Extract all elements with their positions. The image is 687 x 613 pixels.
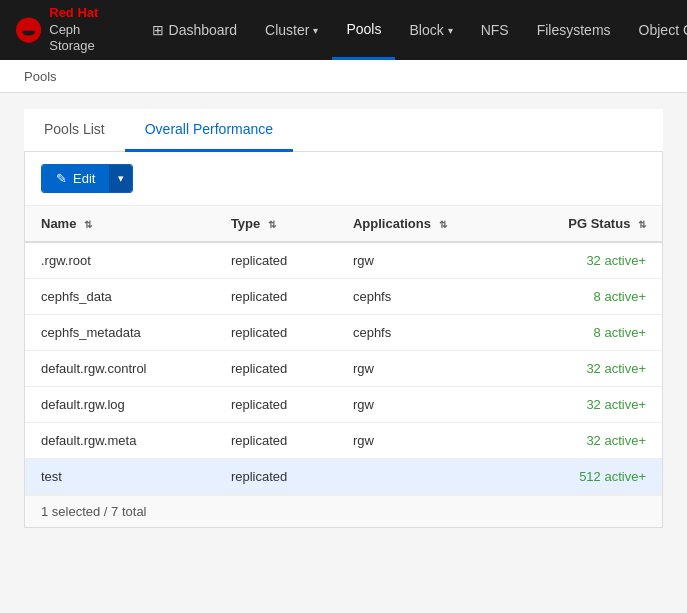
cell-name: cephfs_metadata xyxy=(25,315,215,351)
cell-name: cephfs_data xyxy=(25,279,215,315)
pg-status-sort-icon: ⇅ xyxy=(638,219,646,230)
table-header-row: Name ⇅ Type ⇅ Applications ⇅ PG Status ⇅ xyxy=(25,206,662,242)
table-row[interactable]: default.rgw.metareplicatedrgw32 active+ xyxy=(25,423,662,459)
dashboard-icon: ⊞ xyxy=(152,22,164,38)
cell-applications: rgw xyxy=(337,351,511,387)
cell-type: replicated xyxy=(215,387,337,423)
table-toolbar: ✎ Edit ▾ xyxy=(25,152,662,206)
table-row[interactable]: .rgw.rootreplicatedrgw32 active+ xyxy=(25,242,662,279)
edit-button-group: ✎ Edit ▾ xyxy=(41,164,133,193)
cluster-caret-icon: ▾ xyxy=(313,25,318,36)
tabs-bar: Pools List Overall Performance xyxy=(24,109,663,152)
cell-pg-status: 32 active+ xyxy=(510,423,662,459)
nav-menu: ⊞ Dashboard Cluster ▾ Pools Block ▾ NFS … xyxy=(138,0,687,60)
edit-button[interactable]: ✎ Edit xyxy=(42,165,109,192)
nav-item-object-gateway[interactable]: Object Gateway ▾ xyxy=(625,0,687,60)
cell-type: replicated xyxy=(215,351,337,387)
cell-pg-status: 512 active+ xyxy=(510,459,662,495)
brand-logo: Red Hat Ceph Storage xyxy=(16,5,106,56)
cell-name: default.rgw.log xyxy=(25,387,215,423)
cell-applications: cephfs xyxy=(337,315,511,351)
tab-overall-performance[interactable]: Overall Performance xyxy=(125,109,293,152)
cell-name: default.rgw.control xyxy=(25,351,215,387)
nav-item-filesystems[interactable]: Filesystems xyxy=(523,0,625,60)
table-row[interactable]: cephfs_metadatareplicatedcephfs8 active+ xyxy=(25,315,662,351)
tab-pools-list[interactable]: Pools List xyxy=(24,109,125,152)
edit-dropdown-button[interactable]: ▾ xyxy=(109,165,132,192)
redhat-logo-icon xyxy=(16,12,41,48)
cell-applications: rgw xyxy=(337,387,511,423)
cell-pg-status: 32 active+ xyxy=(510,351,662,387)
cell-type: replicated xyxy=(215,242,337,279)
table-row[interactable]: cephfs_datareplicatedcephfs8 active+ xyxy=(25,279,662,315)
pools-table-wrapper: ✎ Edit ▾ Name ⇅ Type ⇅ xyxy=(24,152,663,528)
breadcrumb: Pools xyxy=(0,60,687,93)
pools-table: Name ⇅ Type ⇅ Applications ⇅ PG Status ⇅ xyxy=(25,206,662,495)
table-row[interactable]: default.rgw.controlreplicatedrgw32 activ… xyxy=(25,351,662,387)
applications-sort-icon: ⇅ xyxy=(439,219,447,230)
block-caret-icon: ▾ xyxy=(448,25,453,36)
top-navigation: Red Hat Ceph Storage ⊞ Dashboard Cluster… xyxy=(0,0,687,60)
cell-applications: cephfs xyxy=(337,279,511,315)
cell-pg-status: 8 active+ xyxy=(510,279,662,315)
col-pg-status[interactable]: PG Status ⇅ xyxy=(510,206,662,242)
cell-applications: rgw xyxy=(337,242,511,279)
col-type[interactable]: Type ⇅ xyxy=(215,206,337,242)
cell-type: replicated xyxy=(215,459,337,495)
edit-icon: ✎ xyxy=(56,171,67,186)
type-sort-icon: ⇅ xyxy=(268,219,276,230)
cell-pg-status: 8 active+ xyxy=(510,315,662,351)
cell-applications: rgw xyxy=(337,423,511,459)
table-footer: 1 selected / 7 total xyxy=(25,495,662,527)
cell-name: default.rgw.meta xyxy=(25,423,215,459)
page-content: Pools List Overall Performance ✎ Edit ▾ xyxy=(0,93,687,544)
cell-name: test xyxy=(25,459,215,495)
nav-item-dashboard[interactable]: ⊞ Dashboard xyxy=(138,0,252,60)
table-row[interactable]: testreplicated512 active+ xyxy=(25,459,662,495)
cell-type: replicated xyxy=(215,279,337,315)
nav-item-block[interactable]: Block ▾ xyxy=(395,0,466,60)
nav-item-cluster[interactable]: Cluster ▾ xyxy=(251,0,332,60)
nav-item-nfs[interactable]: NFS xyxy=(467,0,523,60)
cell-pg-status: 32 active+ xyxy=(510,242,662,279)
cell-type: replicated xyxy=(215,315,337,351)
table-row[interactable]: default.rgw.logreplicatedrgw32 active+ xyxy=(25,387,662,423)
edit-dropdown-icon: ▾ xyxy=(118,172,124,184)
cell-name: .rgw.root xyxy=(25,242,215,279)
brand-name: Red Hat Ceph Storage xyxy=(49,5,105,56)
cell-type: replicated xyxy=(215,423,337,459)
col-applications[interactable]: Applications ⇅ xyxy=(337,206,511,242)
col-name[interactable]: Name ⇅ xyxy=(25,206,215,242)
cell-applications xyxy=(337,459,511,495)
nav-item-pools[interactable]: Pools xyxy=(332,0,395,60)
name-sort-icon: ⇅ xyxy=(84,219,92,230)
cell-pg-status: 32 active+ xyxy=(510,387,662,423)
